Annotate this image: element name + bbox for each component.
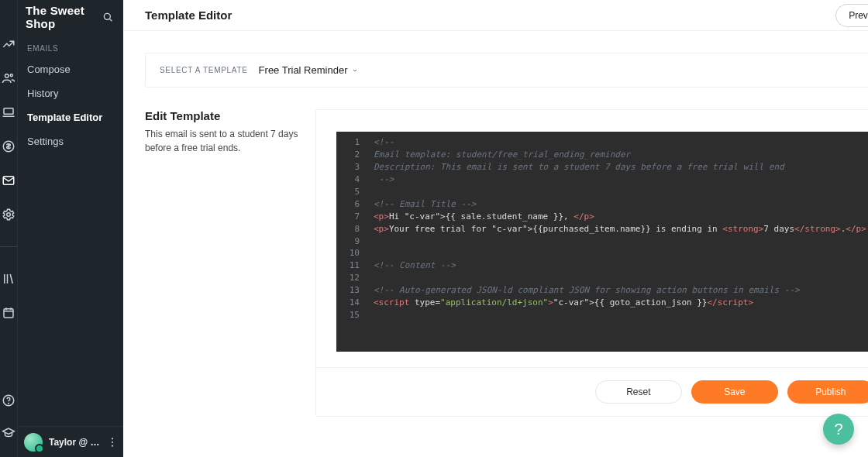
sidebar-item-compose[interactable]: Compose: [18, 57, 123, 81]
publish-button[interactable]: Publish: [787, 380, 868, 404]
analytics-icon[interactable]: [0, 36, 17, 53]
laptop-icon[interactable]: [0, 104, 17, 121]
editor-card: 123456789101112131415 <!-- Email templat…: [315, 109, 868, 417]
graduation-icon[interactable]: [0, 424, 17, 442]
save-button[interactable]: Save: [691, 380, 778, 404]
code-editor[interactable]: 123456789101112131415 <!-- Email templat…: [336, 132, 868, 352]
sidebar-item-settings[interactable]: Settings: [18, 129, 123, 153]
reset-button[interactable]: Reset: [595, 380, 682, 404]
editor-footer: Reset Save Publish: [316, 367, 868, 416]
svg-point-11: [112, 441, 113, 442]
topbar: Template Editor Preview: [123, 0, 868, 31]
page-title: Template Editor: [145, 9, 232, 22]
svg-point-10: [112, 438, 113, 439]
edit-info: Edit Template This email is sent to a st…: [145, 109, 315, 417]
svg-point-12: [112, 445, 113, 446]
divider: [0, 246, 17, 247]
code-body: <!-- Email template: student/free_trial_…: [366, 132, 868, 352]
sidebar: The Sweet Shop Emails Compose History Te…: [18, 0, 123, 457]
library-icon[interactable]: [0, 270, 17, 287]
svg-point-1: [10, 74, 12, 77]
preview-button[interactable]: Preview: [835, 4, 868, 27]
edit-info-title: Edit Template: [145, 109, 315, 122]
sidebar-nav: Compose History Template Editor Settings: [18, 57, 123, 153]
search-icon[interactable]: [102, 11, 114, 23]
avatar[interactable]: [24, 433, 43, 452]
people-icon[interactable]: [0, 70, 17, 87]
brand[interactable]: The Sweet Shop: [26, 4, 102, 30]
code-gutter: 123456789101112131415: [336, 132, 366, 352]
user-name: Taylor @ Teachable: [49, 437, 100, 448]
gear-icon[interactable]: [0, 206, 17, 223]
sidebar-item-template-editor[interactable]: Template Editor: [18, 105, 123, 129]
iconbar: [0, 0, 18, 457]
template-select-label: Select a template: [160, 66, 248, 74]
template-select-dropdown[interactable]: Free Trial Reminder: [259, 64, 359, 76]
edit-info-desc: This email is sent to a student 7 days b…: [145, 127, 315, 155]
svg-point-8: [9, 403, 9, 404]
svg-rect-6: [4, 309, 13, 318]
template-select-card: Select a template Free Trial Reminder: [145, 53, 868, 88]
svg-rect-2: [4, 108, 13, 115]
svg-point-9: [104, 13, 110, 19]
email-icon[interactable]: [0, 172, 17, 189]
dollar-icon[interactable]: [0, 138, 17, 155]
calendar-icon[interactable]: [0, 304, 17, 321]
template-select-value: Free Trial Reminder: [259, 64, 348, 76]
help-icon[interactable]: [0, 392, 17, 409]
sidebar-item-history[interactable]: History: [18, 81, 123, 105]
help-fab[interactable]: ?: [823, 414, 854, 445]
more-icon[interactable]: [106, 436, 119, 448]
sidebar-section-label: Emails: [18, 33, 123, 57]
svg-point-0: [5, 74, 9, 78]
svg-point-5: [7, 213, 11, 217]
chevron-down-icon: [352, 67, 358, 74]
